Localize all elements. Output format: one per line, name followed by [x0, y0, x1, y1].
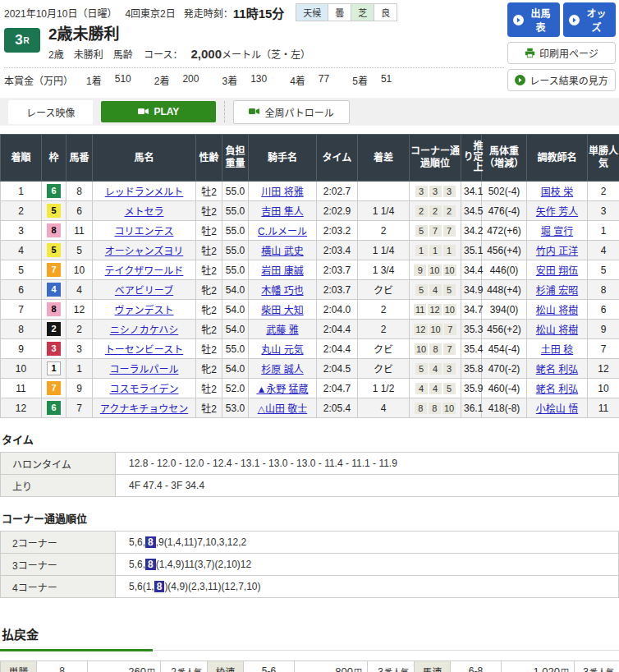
finish-time: 2:04.4 — [317, 339, 358, 359]
finish-time: 2:03.2 — [317, 221, 358, 241]
horse-name-link[interactable]: トーセンビースト — [105, 344, 183, 356]
jockey-link-cell: 武藤 雅 — [249, 320, 317, 339]
jockey-link[interactable]: 武藤 雅 — [266, 324, 298, 336]
margin: 4 — [358, 398, 410, 418]
jockey-link[interactable]: △山田 敬士 — [258, 403, 308, 415]
prize-amount: 51 — [381, 73, 392, 87]
win-favorite: 4 — [588, 241, 619, 260]
favorite-rank: 3 — [378, 666, 383, 672]
payout-combination: 5-6 — [244, 661, 295, 672]
sex-age: 牡2 — [196, 260, 222, 280]
corner-position-chip: 3 — [443, 363, 456, 375]
col-frame: 枠 — [42, 135, 66, 182]
entries-button[interactable]: 出馬表 — [507, 2, 560, 37]
jockey-link[interactable]: 川田 将雅 — [261, 186, 303, 198]
jockey-link[interactable]: 吉田 隼人 — [261, 206, 303, 218]
horse-name-link[interactable]: メトセラ — [124, 206, 163, 218]
corner-position-chip: 2 — [415, 205, 428, 217]
jockey-link[interactable]: ▲永野 猛蔵 — [256, 384, 308, 395]
corner-position-chip: 8 — [429, 343, 442, 355]
trainer-link[interactable]: 蛯名 利弘 — [536, 364, 578, 375]
horse-name-link[interactable]: ヴァンデスト — [114, 305, 173, 316]
trainer-link[interactable]: 安田 翔伍 — [536, 265, 578, 277]
frame-badge: 3 — [47, 342, 61, 356]
col-sex-age: 性齢 — [196, 135, 222, 182]
carried-weight: 55.0 — [222, 339, 249, 359]
trainer-link[interactable]: 土田 稔 — [541, 344, 573, 356]
trainer-link[interactable]: 松山 将樹 — [536, 305, 578, 316]
carried-weight: 54.0 — [222, 300, 249, 320]
finish-position: 3 — [1, 221, 42, 241]
col-time: タイム — [317, 135, 358, 182]
trainer-link[interactable]: 国枝 栄 — [541, 186, 573, 198]
course-label: コース： — [144, 49, 182, 61]
frame-badge: 8 — [47, 223, 61, 237]
results-guide-button[interactable]: レース結果の見方 — [507, 69, 616, 91]
horse-name-link[interactable]: レッドランメルト — [105, 186, 184, 198]
margin: 1 1/4 — [358, 201, 410, 221]
horse-name-link[interactable]: アクナキチョウセン — [100, 403, 188, 415]
horse-name-link[interactable]: ニシノカケハシ — [110, 324, 179, 336]
print-page-button[interactable]: 印刷用ページ — [507, 42, 616, 64]
corner-order-label: 2コーナー — [1, 532, 116, 554]
trainer-link[interactable]: 蛯名 利弘 — [536, 384, 578, 395]
finish-time: 2:03.7 — [317, 280, 358, 300]
win-favorite: 12 — [588, 359, 619, 379]
trainer-link[interactable]: 杉浦 宏昭 — [536, 285, 578, 297]
finish-time: 2:04.4 — [317, 320, 358, 339]
horse-name-link[interactable]: コーラルパール — [109, 364, 178, 375]
play-button-label: PLAY — [154, 106, 179, 117]
trainer-link-cell: 蛯名 利弘 — [527, 359, 588, 379]
corner-position-chip: 5 — [443, 284, 456, 296]
yen-suffix: 円 — [147, 668, 155, 672]
jockey-link[interactable]: 横山 武史 — [261, 246, 303, 257]
trainer-link-cell: 杉浦 宏昭 — [527, 280, 588, 300]
prize-place: 1着 — [86, 73, 102, 87]
results-guide-button-label: レース結果の見方 — [530, 73, 608, 87]
trainer-link[interactable]: 松山 将樹 — [536, 324, 578, 336]
jockey-link[interactable]: 岩田 康誠 — [261, 265, 303, 277]
horse-name-link[interactable]: ベアビリーブ — [115, 285, 173, 297]
race-video-tab[interactable]: レース映像 — [8, 100, 93, 124]
winner-number-highlight: 8 — [145, 559, 156, 570]
sex-age: 牡2 — [196, 339, 222, 359]
trainer-link[interactable]: 矢作 芳人 — [536, 206, 578, 218]
jockey-link[interactable]: 丸山 元気 — [261, 344, 303, 356]
trainer-link-cell: 小桧山 悟 — [527, 398, 588, 418]
body-weight: 456(+2) — [482, 320, 527, 339]
trainer-link[interactable]: 竹内 正洋 — [536, 246, 578, 257]
jockey-link[interactable]: 柴田 大知 — [261, 305, 303, 316]
horse-number: 9 — [66, 379, 93, 398]
play-button[interactable]: PLAY — [101, 101, 216, 122]
corner-position-chip: 2 — [429, 205, 442, 217]
trainer-link-cell: 安田 翔伍 — [527, 260, 588, 280]
horse-name-link[interactable]: テイクザワールド — [105, 265, 184, 277]
finish-time: 2:04.5 — [317, 359, 358, 379]
estimated-last3f: 34.2 — [461, 221, 482, 241]
sex-age: 牡2 — [196, 379, 222, 398]
finish-position: 1 — [1, 182, 42, 201]
sex-age: 牝2 — [196, 320, 222, 339]
odds-button[interactable]: オッズ — [563, 2, 616, 37]
patrol-video-button[interactable]: 全周パトロール — [233, 100, 349, 124]
corner-position-chip: 3 — [443, 186, 456, 197]
horse-name-link[interactable]: コリエンテス — [114, 226, 173, 237]
corner-position-chip: 5 — [415, 363, 428, 375]
carried-weight: 52.0 — [222, 379, 249, 398]
horse-name-link[interactable]: コスモライデン — [109, 384, 178, 395]
horse-number: 4 — [66, 280, 93, 300]
jockey-link[interactable]: 木幡 巧也 — [261, 285, 303, 297]
horse-name-link[interactable]: オーシャンズヨリ — [105, 246, 184, 257]
win-favorite: 9 — [588, 320, 619, 339]
results-table: 着順 枠 馬番 馬名 性齢 負担重量 騎手名 タイム 着差 コーナー通過順位 推… — [0, 134, 619, 418]
margin: 1 3/4 — [358, 260, 410, 280]
corner-position-chip: 8 — [415, 403, 427, 414]
trainer-link[interactable]: 小桧山 悟 — [536, 403, 578, 415]
horse-name-link-cell: ニシノカケハシ — [93, 320, 196, 339]
jockey-link[interactable]: C.ルメール — [258, 226, 307, 237]
course-suffix: メートル（芝・左） — [222, 49, 310, 61]
jockey-link[interactable]: 杉原 誠人 — [261, 364, 303, 375]
trainer-link[interactable]: 堀 宣行 — [541, 226, 573, 237]
results-header-row: 着順 枠 馬番 馬名 性齢 負担重量 騎手名 タイム 着差 コーナー通過順位 推… — [1, 135, 619, 182]
print-page-button-label: 印刷用ページ — [539, 46, 598, 60]
